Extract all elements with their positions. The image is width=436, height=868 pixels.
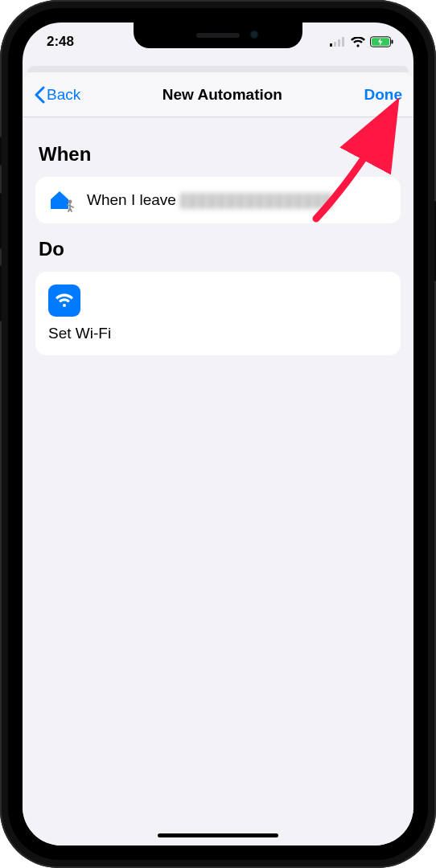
phone-frame: 2:48 Back New Automation Done [0,0,436,868]
trigger-prefix: When I leave [87,191,180,208]
wifi-action-icon [48,285,80,317]
svg-point-7 [68,200,72,204]
page-title: New Automation [162,86,282,104]
status-icons [330,36,394,47]
svg-rect-1 [334,42,336,47]
notch [134,23,302,48]
wifi-icon [351,37,365,47]
redacted-location [180,193,333,209]
when-trigger-card[interactable]: When I leave [35,177,401,223]
modal-sheet: Back New Automation Done When W [23,72,413,845]
when-heading: When [39,143,401,166]
screen: 2:48 Back New Automation Done [23,23,413,845]
do-action-card[interactable]: Set Wi-Fi [35,272,401,355]
trigger-text-row: When I leave [87,191,333,209]
sheet-backdrop [27,66,409,72]
do-heading: Do [39,238,401,260]
sheet-content: When When I leave Do [23,117,413,366]
volume-up-button [0,193,2,249]
phone-bezel: 2:48 Back New Automation Done [8,8,428,860]
done-button[interactable]: Done [364,86,403,104]
cellular-icon [330,37,346,47]
front-camera [250,31,258,39]
status-time: 2:48 [47,34,74,50]
chevron-left-icon [34,86,45,104]
back-button[interactable]: Back [34,86,80,104]
wifi-symbol-icon [55,293,74,308]
svg-rect-0 [330,43,332,47]
battery-charging-icon [370,36,394,47]
svg-rect-2 [338,39,340,47]
home-indicator[interactable] [158,833,278,837]
speaker-grille [196,33,240,38]
leave-home-icon [48,188,76,212]
svg-rect-3 [342,37,344,47]
action-label: Set Wi-Fi [48,325,111,342]
back-label: Back [47,86,80,104]
volume-down-button [0,265,2,321]
svg-rect-6 [392,40,393,44]
silence-switch [0,137,2,166]
navigation-bar: Back New Automation Done [23,72,413,117]
